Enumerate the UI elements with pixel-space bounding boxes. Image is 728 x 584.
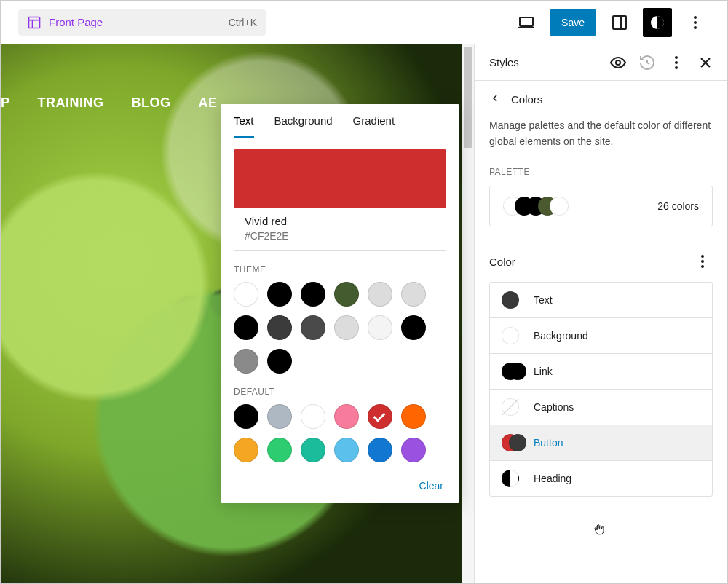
- default-swatch[interactable]: [267, 404, 292, 429]
- color-more-button[interactable]: [692, 251, 713, 272]
- sidebar-toggle-button[interactable]: [605, 8, 634, 37]
- swatch-color-block: [234, 149, 446, 208]
- theme-swatch[interactable]: [334, 282, 359, 307]
- page-name: Front Page: [49, 16, 103, 28]
- theme-swatch[interactable]: [234, 282, 258, 307]
- shortcut-hint: Ctrl+K: [229, 17, 257, 28]
- theme-swatch[interactable]: [267, 315, 292, 340]
- color-row-label: Captions: [534, 401, 574, 413]
- color-row-text[interactable]: Text: [490, 283, 712, 317]
- styles-button[interactable]: [643, 8, 672, 37]
- palette-dot: [550, 197, 569, 216]
- theme-swatch[interactable]: [267, 349, 292, 374]
- color-picker-popover: Text Background Gradient Vivid red #CF2E…: [221, 104, 459, 503]
- color-indicator: [502, 363, 523, 380]
- theme-swatch[interactable]: [334, 315, 359, 340]
- layout-icon: [27, 15, 41, 30]
- theme-swatch[interactable]: [234, 315, 258, 340]
- default-swatch[interactable]: [301, 438, 325, 462]
- svg-rect-0: [29, 17, 40, 28]
- stylebook-button[interactable]: [604, 48, 633, 77]
- color-row-label: Background: [534, 330, 588, 342]
- breadcrumb-label: Colors: [511, 93, 542, 106]
- color-row-button[interactable]: Button: [490, 425, 712, 460]
- color-row-heading[interactable]: Heading: [490, 460, 712, 496]
- tab-text[interactable]: Text: [234, 114, 254, 138]
- default-swatch[interactable]: [267, 438, 292, 462]
- svg-point-8: [616, 60, 620, 65]
- swatch-hex: #CF2E2E: [245, 230, 435, 242]
- color-row-label: Heading: [534, 473, 571, 484]
- color-row-background[interactable]: Background: [490, 317, 712, 353]
- canvas-scrollbar[interactable]: [462, 44, 474, 583]
- close-sidebar-button[interactable]: [691, 48, 720, 77]
- palette-preview-dots: [503, 197, 569, 216]
- svg-rect-3: [520, 17, 533, 26]
- color-tabs: Text Background Gradient: [221, 104, 459, 138]
- default-swatch[interactable]: [368, 438, 392, 462]
- svg-rect-5: [613, 16, 626, 29]
- scrollbar-thumb[interactable]: [464, 47, 472, 148]
- theme-swatch[interactable]: [301, 315, 325, 340]
- save-button[interactable]: Save: [550, 9, 596, 36]
- color-indicator: [502, 291, 523, 309]
- default-swatch[interactable]: [234, 404, 258, 429]
- viewport-button[interactable]: [512, 8, 541, 37]
- editor-canvas[interactable]: P TRAINING BLOG AE Text Background Gradi…: [1, 44, 474, 583]
- default-swatch[interactable]: [334, 404, 359, 429]
- default-swatch[interactable]: [401, 438, 426, 462]
- color-indicator: [502, 327, 523, 344]
- color-indicator: [502, 470, 523, 487]
- theme-swatch[interactable]: [401, 315, 426, 340]
- default-swatches: [221, 404, 459, 462]
- default-swatch[interactable]: [401, 404, 426, 429]
- site-nav: P TRAINING BLOG AE: [1, 95, 218, 111]
- palette-count: 26 colors: [657, 200, 699, 212]
- current-swatch-preview: Vivid red #CF2E2E: [234, 149, 446, 251]
- color-row-captions[interactable]: Captions: [490, 389, 712, 425]
- color-indicator: [502, 398, 523, 416]
- theme-swatch[interactable]: [301, 282, 325, 307]
- color-row-label: Text: [534, 294, 553, 306]
- default-swatch[interactable]: [334, 438, 359, 462]
- sidebar-header: Styles: [475, 44, 727, 81]
- default-swatch[interactable]: [234, 438, 258, 462]
- revisions-button[interactable]: [633, 48, 662, 77]
- default-swatch[interactable]: [368, 404, 392, 429]
- styles-sidebar: Styles Colors Manage palettes and the de…: [474, 44, 727, 583]
- color-indicator: [502, 434, 523, 451]
- theme-swatches: [221, 282, 459, 374]
- top-toolbar: Front Page Ctrl+K Save: [1, 1, 727, 44]
- palette-card[interactable]: 26 colors: [489, 186, 713, 226]
- default-section-label: DEFAULT: [234, 387, 446, 397]
- breadcrumb[interactable]: Colors: [475, 81, 727, 118]
- tab-gradient[interactable]: Gradient: [353, 114, 395, 138]
- sidebar-title: Styles: [489, 56, 604, 68]
- back-icon[interactable]: [489, 92, 501, 106]
- theme-swatch[interactable]: [234, 349, 258, 374]
- sidebar-more-button[interactable]: [662, 48, 691, 77]
- theme-swatch[interactable]: [401, 282, 426, 307]
- color-row-link[interactable]: Link: [490, 353, 712, 389]
- clear-link[interactable]: Clear: [419, 480, 443, 492]
- color-row-label: Button: [534, 437, 563, 449]
- panel-description: Manage palettes and the default color of…: [475, 118, 727, 149]
- more-menu-button[interactable]: [681, 8, 710, 37]
- page-select[interactable]: Front Page Ctrl+K: [18, 9, 266, 36]
- swatch-name: Vivid red: [245, 215, 435, 227]
- theme-section-label: THEME: [234, 264, 446, 275]
- color-heading: Color: [489, 256, 515, 268]
- palette-label: PALETTE: [489, 167, 713, 177]
- default-swatch[interactable]: [301, 404, 325, 429]
- theme-swatch[interactable]: [368, 315, 392, 340]
- tab-background[interactable]: Background: [274, 114, 333, 138]
- color-element-list: TextBackgroundLinkCaptionsButtonHeading: [489, 282, 713, 497]
- theme-swatch[interactable]: [267, 282, 292, 307]
- theme-swatch[interactable]: [368, 282, 392, 307]
- color-row-label: Link: [534, 366, 553, 377]
